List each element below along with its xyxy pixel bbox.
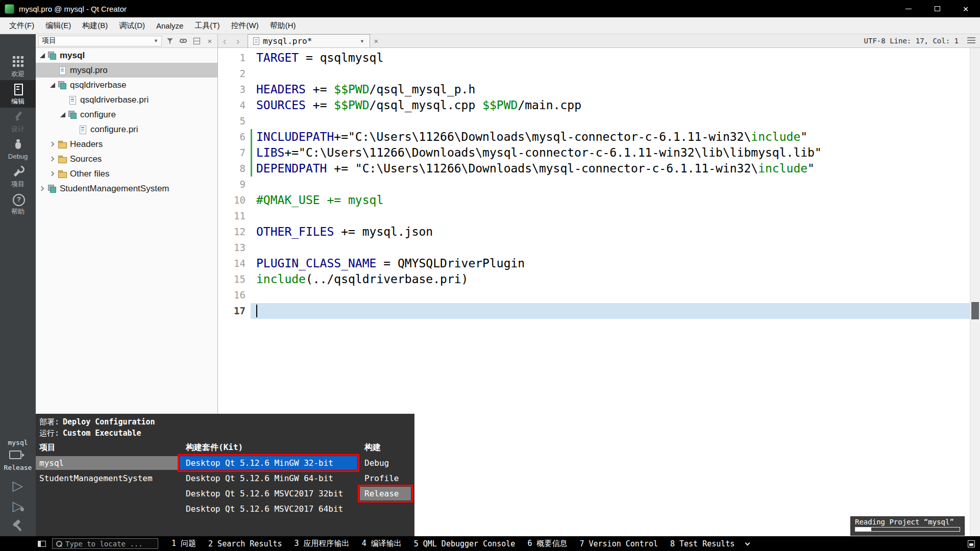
mode-tab-edit[interactable]: 编辑	[0, 80, 36, 108]
output-pane-version-control[interactable]: 7 Version Control	[573, 536, 664, 551]
output-pane-application-output[interactable]: 3 应用程序输出	[288, 536, 356, 551]
menu-tools[interactable]: 工具(T)	[189, 17, 225, 34]
kit-selector-button[interactable]	[9, 450, 27, 460]
mode-tab-projects[interactable]: 项目	[0, 163, 36, 190]
menu-analyze[interactable]: Analyze	[151, 17, 189, 34]
tree-item-mysql[interactable]: mysql	[36, 48, 217, 63]
tree-item-qsqldriverbase[interactable]: qsqldriverbase	[36, 78, 217, 92]
code-line-6[interactable]: 6INCLUDEPATH+="C:\Users\11266\Downloads\…	[218, 129, 970, 145]
mode-label: 帮助	[11, 207, 24, 216]
tree-item-headers[interactable]: Headers	[36, 137, 217, 152]
kit-option[interactable]: Desktop Qt 5.12.6 MinGW 64-bit	[180, 471, 357, 485]
output-pane-issues[interactable]: 1 问题	[165, 536, 202, 551]
split-icon	[193, 38, 200, 44]
code-line-16[interactable]: 16	[218, 287, 970, 303]
vcs-change-marker	[251, 208, 252, 224]
close-document-button[interactable]: ×	[370, 37, 382, 45]
documents-dropdown-icon[interactable]: ▼	[360, 39, 364, 44]
code-line-17[interactable]: 17	[218, 303, 970, 319]
output-pane-search-results[interactable]: 2 Search Results	[202, 536, 288, 551]
toggle-sidebar-button[interactable]	[38, 541, 46, 547]
menu-help[interactable]: 帮助(H)	[264, 17, 302, 34]
locator-box[interactable]	[52, 538, 158, 549]
scrollbar-thumb[interactable]	[971, 302, 979, 319]
qt-creator-logo-icon	[5, 4, 14, 14]
code-line-14[interactable]: 14PLUGIN_CLASS_NAME = QMYSQLDriverPlugin	[218, 256, 970, 271]
code-line-5[interactable]: 5	[218, 113, 970, 129]
kit-option[interactable]: Desktop Qt 5.12.6 MSVC2017 32bit	[180, 487, 357, 500]
expand-arrow-icon[interactable]	[48, 172, 57, 176]
output-pane-qml-debugger-console[interactable]: 5 QML Debugger Console	[408, 536, 522, 551]
output-panes-menu-button[interactable]	[741, 536, 754, 551]
line-number: 5	[218, 113, 251, 129]
kit-option[interactable]: Desktop Qt 5.12.6 MSVC2017 64bit	[180, 502, 357, 516]
go-forward-button[interactable]: ›	[231, 36, 244, 46]
debug-run-button[interactable]: ▷	[8, 498, 28, 513]
menu-window[interactable]: 控件(W)	[226, 17, 264, 34]
welcome-mode-icon	[11, 55, 24, 68]
project-option[interactable]: mysql	[36, 456, 178, 470]
tree-item-studentmanagementsystem[interactable]: StudentManagementSystem	[36, 181, 217, 196]
menu-build[interactable]: 构建(B)	[77, 17, 113, 34]
split-button[interactable]	[191, 36, 202, 46]
mode-list: 欢迎编辑设计Debug项目帮助	[0, 34, 36, 218]
mode-tab-help[interactable]: 帮助	[0, 190, 36, 218]
build-option[interactable]: Debug	[360, 456, 411, 470]
sync-with-editor-button[interactable]	[178, 36, 188, 46]
code-line-7[interactable]: 7LIBS+="C:\Users\11266\Downloads\mysql-c…	[218, 145, 970, 161]
filter-button[interactable]	[165, 36, 175, 46]
output-pane-general-messages[interactable]: 6 概要信息	[521, 536, 573, 551]
code-line-15[interactable]: 15include(../qsqldriverbase.pri)	[218, 271, 970, 287]
code-line-8[interactable]: 8DEPENDPATH += "C:\Users\11266\Downloads…	[218, 161, 970, 177]
close-button[interactable]: ×	[951, 0, 980, 17]
tree-item-other-files[interactable]: Other files	[36, 166, 217, 181]
build-option[interactable]: Profile	[360, 471, 411, 485]
collapse-arrow-icon[interactable]	[58, 112, 67, 117]
document-tab[interactable]: mysql.pro* ▼	[248, 34, 370, 47]
project-option[interactable]: StudentManagementSystem	[36, 471, 178, 485]
statusbar: 1 问题2 Search Results3 应用程序输出4 编译输出5 QML …	[0, 536, 980, 551]
mode-label: 设计	[11, 124, 24, 134]
code-line-2[interactable]: 2	[218, 66, 970, 82]
mode-tab-debug[interactable]: Debug	[0, 135, 36, 163]
locator-input[interactable]	[65, 540, 155, 548]
minimize-button[interactable]	[894, 0, 923, 17]
menu-file[interactable]: 文件(F)	[4, 17, 40, 34]
tree-item-qsqldriverbase-pri[interactable]: qsqldriverbase.pri	[36, 92, 217, 107]
mode-tab-welcome[interactable]: 欢迎	[0, 53, 36, 80]
code-line-3[interactable]: 3HEADERS += $$PWD/qsql_mysql_p.h	[218, 82, 970, 97]
tree-item-sources[interactable]: Sources	[36, 152, 217, 166]
tree-item-configure[interactable]: configure	[36, 107, 217, 122]
go-back-button[interactable]: ‹	[218, 36, 231, 46]
code-line-1[interactable]: 1TARGET = qsqlmysql	[218, 50, 970, 66]
close-sidebar-button[interactable]: ×	[205, 36, 215, 46]
code-line-12[interactable]: 12OTHER_FILES += mysql.json	[218, 224, 970, 240]
tree-item-configure-pri[interactable]: configure.pri	[36, 122, 217, 137]
code-line-11[interactable]: 11	[218, 208, 970, 224]
code-line-9[interactable]: 9	[218, 177, 970, 192]
expand-arrow-icon[interactable]	[48, 157, 57, 161]
menu-debug[interactable]: 调试(D)	[113, 17, 151, 34]
code-line-4[interactable]: 4SOURCES += $$PWD/qsql_mysql.cpp $$PWD/m…	[218, 97, 970, 113]
editor-toolbar: ‹ › mysql.pro* ▼ × UTF-8 Line: 17, Col: …	[218, 34, 980, 48]
build-button[interactable]	[8, 519, 28, 533]
sidebar-view-combo[interactable]: 项目 ▼	[38, 36, 162, 46]
editor-options-button[interactable]	[965, 37, 978, 44]
build-option[interactable]: Release	[360, 487, 411, 500]
expand-arrow-icon[interactable]	[48, 142, 57, 146]
collapse-arrow-icon[interactable]	[38, 53, 46, 58]
menu-edit[interactable]: 编辑(E)	[40, 17, 77, 34]
tree-item-label: mysql	[60, 51, 85, 61]
output-pane-compile-output[interactable]: 4 编译输出	[356, 536, 408, 551]
run-button[interactable]: ▷	[8, 478, 28, 492]
maximize-button[interactable]	[923, 0, 951, 17]
expand-arrow-icon[interactable]	[38, 187, 46, 190]
code-line-13[interactable]: 13	[218, 240, 970, 256]
kit-option[interactable]: Desktop Qt 5.12.6 MinGW 32-bit	[180, 456, 357, 470]
editor-scrollbar[interactable]	[970, 48, 980, 536]
code-line-10[interactable]: 10#QMAK_USE += mysql	[218, 192, 970, 208]
progress-indicator-button[interactable]	[968, 540, 975, 547]
collapse-arrow-icon[interactable]	[48, 83, 57, 88]
tree-item-mysql-pro[interactable]: mysql.pro	[36, 63, 217, 78]
output-pane-test-results[interactable]: 8 Test Results	[664, 536, 741, 551]
